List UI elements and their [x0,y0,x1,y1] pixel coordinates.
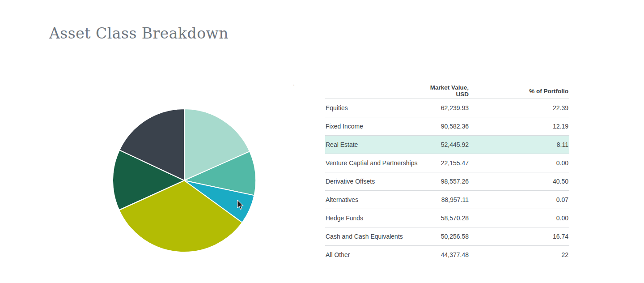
table-row-all-other[interactable]: All Other44,377.4822 [325,246,569,264]
table-row-cash-and-cash-equivalents[interactable]: Cash and Cash Equivalents50,256.5816.74 [325,227,569,246]
row-market-value: 98,557.26 [419,178,469,185]
asset-class-table: Market Value, USD % of Portfolio Equitie… [325,83,569,264]
table-row-fixed-income[interactable]: Fixed Income90,582.3612.19 [325,117,569,136]
row-label: Hedge Funds [325,214,419,222]
page-title: Asset Class Breakdown [49,25,229,43]
row-label: Cash and Cash Equivalents [325,233,419,240]
row-label: Derivative Offsets [325,178,419,185]
col-header-pct-of-portfolio: % of Portfolio [469,88,569,94]
row-label: Equities [325,104,419,111]
row-market-value: 62,239.93 [419,104,469,111]
row-market-value: 88,957.11 [419,196,469,203]
row-label: Venture Captial and Partnerships [325,159,419,167]
row-percent: 22 [469,251,569,258]
row-percent: 0.07 [469,196,569,203]
row-percent: 22.39 [469,104,569,111]
row-percent: 16.74 [469,233,569,240]
row-label: All Other [325,251,419,258]
row-percent: 8.11 [469,141,569,148]
table-body: Equities62,239.9322.39Fixed Income90,582… [325,99,569,264]
table-row-venture-captial-and-partnerships[interactable]: Venture Captial and Partnerships22,155.4… [325,154,569,172]
row-label: Real Estate [325,141,419,148]
col-header-market-value: Market Value, USD [419,84,469,98]
row-percent: 0.00 [469,159,569,167]
row-market-value: 90,582.36 [419,123,469,130]
table-header-row: Market Value, USD % of Portfolio [325,83,569,99]
table-row-real-estate[interactable]: Real Estate52,445.928.11 [325,136,569,154]
row-label: Fixed Income [325,123,419,130]
row-market-value: 58,570.28 [419,214,469,222]
row-market-value: 22,155.47 [419,159,469,167]
row-market-value: 52,445.92 [419,141,469,148]
row-percent: 40.50 [469,178,569,185]
row-percent: 12.19 [469,123,569,130]
table-row-derivative-offsets[interactable]: Derivative Offsets98,557.2640.50 [325,172,569,191]
row-market-value: 44,377.48 [419,251,469,258]
row-label: Alternatives [325,196,419,203]
table-row-hedge-funds[interactable]: Hedge Funds58,570.280.00 [325,209,569,227]
asset-class-pie-chart[interactable] [108,104,260,257]
row-percent: 0.00 [469,214,569,222]
row-market-value: 50,256.58 [419,233,469,240]
stray-mark: ` [293,84,295,90]
table-row-equities[interactable]: Equities62,239.9322.39 [325,99,569,117]
table-row-alternatives[interactable]: Alternatives88,957.110.07 [325,191,569,209]
